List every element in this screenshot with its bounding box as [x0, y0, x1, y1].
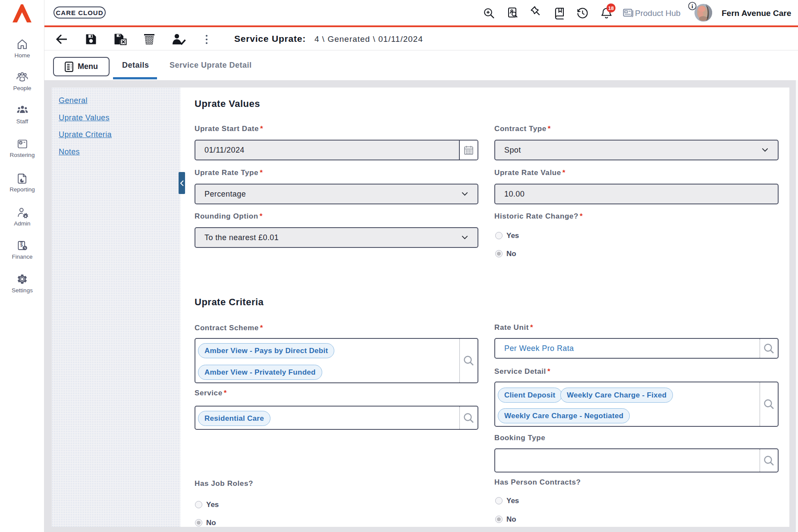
- svg-text:i: i: [691, 3, 693, 9]
- svg-text:$: $: [20, 243, 23, 247]
